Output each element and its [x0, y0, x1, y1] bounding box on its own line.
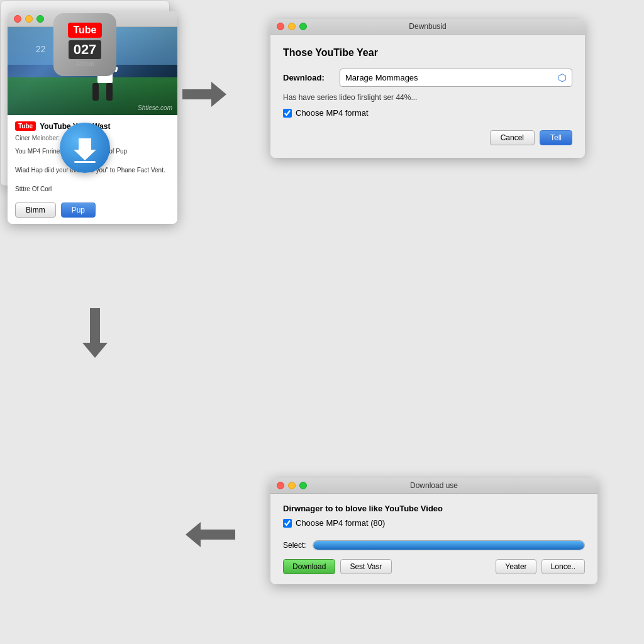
- dewnbusid-maximize-button[interactable]: [299, 23, 307, 30]
- dewnbusid-title: Dewnbusid: [409, 22, 446, 31]
- download-use-description: Dirwnager to to blove like YouTube Video: [283, 504, 585, 513]
- dewnbusid-minimize-button[interactable]: [288, 23, 296, 30]
- download-use-titlebar: Download use: [270, 478, 597, 494]
- dewnbusid-body: Those YouTibe Year Dewnload: Marage Momm…: [270, 35, 585, 158]
- dewnbusid-titlebar: Dewnbusid: [270, 19, 585, 35]
- minimize-button[interactable]: [25, 15, 33, 23]
- svg-rect-8: [74, 161, 96, 163]
- dropdown-arrow-icon: ⬡: [558, 72, 567, 84]
- download-close-button[interactable]: [277, 482, 284, 489]
- mp4-checkbox[interactable]: [283, 109, 292, 118]
- bimm-button[interactable]: Bimm: [15, 203, 56, 218]
- app-icon-number: 027: [69, 40, 102, 59]
- selection-buttons: Bimm Pup: [15, 199, 170, 218]
- mp4-checkbox-row: Choose MP4 format: [283, 108, 572, 118]
- dewnbusid-window: Dewnbusid Those YouTibe Year Dewnload: M…: [270, 19, 585, 158]
- svg-text:22: 22: [36, 44, 46, 54]
- lonce-button[interactable]: Lonce..: [541, 559, 585, 574]
- yeater-button[interactable]: Yeater: [496, 559, 536, 574]
- download-label: Dewnload:: [283, 73, 333, 82]
- sest-vasr-button[interactable]: Sest Vasr: [340, 559, 391, 574]
- svg-rect-3: [92, 83, 99, 101]
- pup-button[interactable]: Pup: [61, 203, 96, 218]
- dropdown-value: Marage Mommages: [345, 73, 418, 82]
- download-arrow-svg: [69, 132, 101, 164]
- dewnbusid-buttons: Cancel Tell: [283, 130, 572, 145]
- download-mp4-label: Choose MP4 format (80): [296, 518, 385, 528]
- left-arrow: [186, 522, 235, 547]
- progress-bar-track: [313, 540, 585, 550]
- download-use-window: Download use Dirwnager to to blove like …: [270, 478, 597, 584]
- download-use-title: Download use: [410, 481, 458, 490]
- close-button[interactable]: [14, 15, 21, 23]
- maximize-button[interactable]: [36, 15, 44, 23]
- youtube-logo: Tube: [15, 121, 36, 131]
- progress-bar-container: Select:: [283, 540, 585, 550]
- dewnbusid-close-button[interactable]: [277, 23, 284, 30]
- download-mp4-checkbox[interactable]: [283, 519, 292, 528]
- download-minimize-button[interactable]: [288, 482, 296, 489]
- download-mp4-checkbox-row: Choose MP4 format (80): [283, 518, 585, 528]
- select-label: Select:: [283, 541, 306, 550]
- download-dropdown[interactable]: Marage Mommages ⬡: [340, 69, 572, 87]
- mp4-checkbox-label: Choose MP4 format: [296, 108, 369, 118]
- svg-marker-7: [74, 138, 96, 160]
- status-text: Has have series lideo firslight ser 44%.…: [283, 93, 572, 102]
- app-icon-sublabel: Admat: [76, 60, 94, 67]
- download-icon-circle: [60, 123, 110, 173]
- video-watermark: Shtlese.com: [138, 104, 172, 111]
- down-arrow: [82, 308, 108, 358]
- download-button[interactable]: Download: [283, 559, 335, 574]
- download-use-body: Dirwnager to to blove like YouTube Video…: [270, 494, 597, 584]
- app-icon-tube: Tube: [68, 23, 101, 38]
- download-form-row: Dewnload: Marage Mommages ⬡: [283, 69, 572, 87]
- dewnbusid-dialog-title: Those YouTibe Year: [283, 47, 572, 58]
- progress-bar-fill: [313, 541, 584, 550]
- svg-rect-4: [106, 83, 113, 101]
- download-maximize-button[interactable]: [299, 482, 307, 489]
- tell-button[interactable]: Tell: [540, 130, 572, 145]
- app-icon-container: Tube 027 Admat: [53, 13, 116, 76]
- download-use-buttons: Download Sest Vasr Yeater Lonce..: [283, 559, 585, 574]
- right-arrow: [182, 82, 226, 107]
- cancel-button[interactable]: Cancel: [490, 130, 535, 145]
- app-icon-bg: Tube 027 Admat: [53, 13, 116, 76]
